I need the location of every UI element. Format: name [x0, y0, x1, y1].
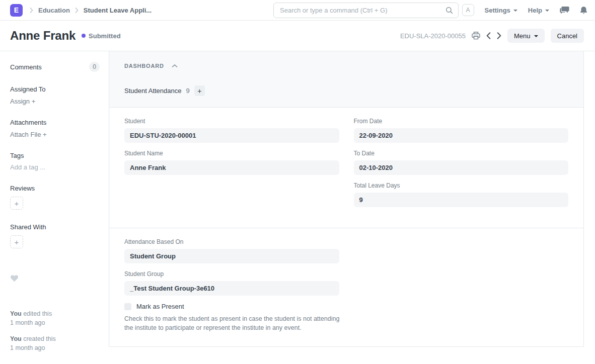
document-id: EDU-SLA-2020-00055 [400, 32, 466, 40]
attendance-based-on-value[interactable]: Student Group [124, 249, 339, 263]
chevron-up-icon [172, 64, 178, 68]
attachments-label: Attachments [10, 119, 100, 126]
attendance-column: Attendance Based On Student Group Studen… [124, 238, 339, 333]
assigned-to-section: Assigned To Assign + [10, 85, 100, 105]
page-head: Anne Frank Submitted EDU-SLA-2020-00055 … [0, 21, 595, 51]
chevron-right-icon [30, 8, 33, 13]
add-student-attendance-button[interactable]: + [194, 85, 205, 96]
edited-who: You [10, 310, 22, 317]
created-when: 1 month ago [10, 344, 100, 353]
mark-as-present-checkbox[interactable] [124, 303, 131, 310]
app-logo[interactable]: E [10, 4, 23, 17]
student-value[interactable]: EDU-STU-2020-00001 [124, 128, 339, 143]
leave-details-section: Student EDU-STU-2020-00001 Student Name … [109, 108, 583, 228]
menu-button[interactable]: Menu [507, 29, 545, 43]
from-date-value[interactable]: 22-09-2020 [354, 128, 569, 143]
form-sidebar: Comments 0 Assigned To Assign + Attachme… [0, 51, 109, 360]
total-leave-days-value[interactable]: 9 [354, 193, 569, 207]
created-who: You [10, 335, 22, 342]
shared-with-section: Shared With + [10, 223, 100, 248]
chevron-down-icon [513, 10, 517, 12]
student-name-value[interactable]: Anne Frank [124, 160, 339, 175]
student-field: Student EDU-STU-2020-00001 [124, 118, 339, 143]
help-dropdown[interactable]: Help [528, 7, 549, 14]
breadcrumb-education[interactable]: Education [38, 7, 70, 14]
dashboard-title: DASHBOARD [124, 63, 164, 69]
attendance-based-on-label: Attendance Based On [124, 238, 339, 245]
student-name-field: Student Name Anne Frank [124, 150, 339, 175]
form-layout: Comments 0 Assigned To Assign + Attachme… [0, 51, 595, 360]
comments-section[interactable]: Comments 0 [10, 62, 100, 72]
status-dot [82, 34, 86, 38]
chat-icon[interactable] [560, 6, 569, 14]
help-label: Help [528, 7, 542, 14]
mark-as-present-checkbox-row[interactable]: Mark as Present [124, 303, 339, 310]
reviews-section: Reviews + [10, 185, 100, 210]
share-button[interactable]: + [10, 235, 23, 248]
user-avatar[interactable]: A [462, 4, 474, 16]
student-attendance-count: 9 [186, 87, 189, 95]
assigned-to-label: Assigned To [10, 85, 100, 93]
notifications-bell-icon[interactable] [580, 6, 587, 15]
student-name-label: Student Name [124, 150, 339, 157]
dashboard-section: DASHBOARD Student Attendance 9 + [109, 51, 583, 108]
next-document-icon[interactable] [497, 32, 501, 39]
dashboard-links: Student Attendance 9 + [124, 85, 568, 96]
navbar: E Education Student Leave Appli... A Set… [0, 0, 595, 21]
like-icon[interactable] [10, 275, 100, 282]
menu-button-label: Menu [514, 32, 531, 40]
created-entry[interactable]: You created this 1 month ago [10, 335, 100, 352]
to-date-field: To Date 02-10-2020 [354, 150, 569, 175]
breadcrumb-student-leave-application[interactable]: Student Leave Appli... [84, 7, 152, 14]
page-actions: EDU-SLA-2020-00055 Menu Cancel [400, 29, 584, 43]
breadcrumb: Education Student Leave Appli... [30, 7, 152, 14]
comments-count-badge: 0 [89, 62, 100, 72]
search-icon [445, 7, 453, 14]
from-date-label: From Date [354, 118, 569, 125]
attendance-based-on-field: Attendance Based On Student Group [124, 238, 339, 263]
navbar-actions: A Settings Help [462, 4, 587, 16]
add-review-button[interactable]: + [10, 197, 23, 210]
shared-with-label: Shared With [10, 223, 100, 231]
mark-as-present-label: Mark as Present [136, 303, 184, 310]
tags-section: Tags Add a tag ... [10, 152, 100, 171]
edited-when: 1 month ago [10, 319, 100, 328]
search-input[interactable] [280, 7, 445, 14]
cancel-button[interactable]: Cancel [551, 29, 584, 43]
comments-label: Comments [10, 63, 42, 71]
attachments-section: Attachments Attach File + [10, 119, 100, 138]
edited-entry[interactable]: You edited this 1 month ago [10, 310, 100, 327]
student-attendance-link[interactable]: Student Attendance [124, 87, 181, 95]
chevron-down-icon [534, 35, 538, 37]
total-leave-days-label: Total Leave Days [354, 182, 569, 189]
status-label: Submitted [89, 32, 121, 40]
reviews-label: Reviews [10, 185, 100, 192]
from-date-field: From Date 22-09-2020 [354, 118, 569, 143]
title-area: Anne Frank Submitted [10, 29, 121, 43]
student-group-label: Student Group [124, 270, 339, 278]
chevron-down-icon [545, 10, 549, 12]
mark-as-present-description: Check this to mark the student as presen… [124, 315, 340, 333]
to-date-value[interactable]: 02-10-2020 [354, 160, 569, 175]
attendance-section: Attendance Based On Student Group Studen… [109, 228, 583, 346]
form-body: DASHBOARD Student Attendance 9 + Student… [109, 51, 584, 347]
dashboard-toggle[interactable]: DASHBOARD [124, 63, 568, 69]
previous-document-icon[interactable] [486, 32, 491, 39]
assign-button[interactable]: Assign + [10, 98, 100, 105]
cancel-button-label: Cancel [557, 32, 577, 40]
to-date-label: To Date [354, 150, 569, 157]
left-column: Student EDU-STU-2020-00001 Student Name … [124, 118, 339, 214]
chevron-right-icon [75, 8, 79, 13]
page-title: Anne Frank [10, 29, 76, 43]
print-icon[interactable] [472, 32, 480, 40]
settings-label: Settings [485, 7, 510, 14]
student-group-value[interactable]: _Test Student Group-3e610 [124, 281, 339, 296]
student-group-field: Student Group _Test Student Group-3e610 [124, 270, 339, 296]
created-action: created this [22, 335, 56, 342]
attach-file-button[interactable]: Attach File + [10, 131, 100, 138]
settings-dropdown[interactable]: Settings [485, 7, 517, 14]
add-tag-input[interactable]: Add a tag ... [10, 163, 100, 171]
edited-action: edited this [22, 310, 52, 317]
tags-label: Tags [10, 152, 100, 159]
activity-log: You edited this 1 month ago You created … [10, 310, 100, 352]
